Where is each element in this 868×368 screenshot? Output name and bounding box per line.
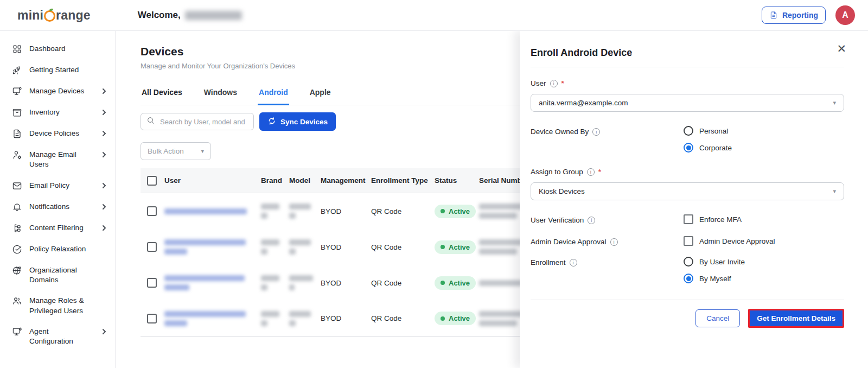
device-search	[141, 113, 254, 130]
close-icon[interactable]: ✕	[837, 43, 846, 54]
chevron-right-icon	[101, 327, 107, 337]
admin-device-approval-row: Admin Device Approval i Admin Device App…	[531, 236, 844, 246]
enrollment-type-cell: QR Code	[371, 314, 435, 322]
sidebar-item-notifications[interactable]: Notifications	[0, 196, 115, 218]
tab-apple[interactable]: Apple	[309, 85, 332, 105]
checkbox-icon	[684, 214, 693, 224]
inventory-box-icon	[12, 107, 22, 118]
sidebar-item-dashboard[interactable]: Dashboard	[0, 39, 115, 60]
reporting-button[interactable]: Reporting	[762, 7, 826, 24]
sidebar-item-email-policy[interactable]: Email Policy	[0, 175, 115, 196]
info-icon: i	[588, 217, 595, 224]
user-select[interactable]: anita.verma@example.com ▾	[531, 94, 844, 112]
enrollment-label: Enrollment	[531, 258, 566, 267]
row-checkbox[interactable]	[147, 278, 157, 288]
select-all-checkbox[interactable]	[147, 176, 157, 186]
miniorange-logo: mini range	[17, 8, 91, 23]
redacted-model	[289, 239, 321, 255]
tab-windows[interactable]: Windows	[203, 85, 238, 105]
tab-all-devices[interactable]: All Devices	[141, 85, 183, 105]
assign-to-group-label: Assign to Group	[531, 168, 583, 176]
radio-by-myself[interactable]: By Myself	[684, 274, 745, 283]
panel-footer-divider	[531, 300, 844, 300]
radio-checked-icon	[684, 274, 693, 283]
radio-corporate[interactable]: Corporate	[684, 143, 732, 153]
redacted-model	[289, 204, 321, 219]
info-icon: i	[610, 238, 618, 246]
redacted-user-link[interactable]	[164, 311, 261, 326]
sidebar-nav: Dashboard Getting Started Manage Devices…	[0, 31, 116, 368]
row-checkbox[interactable]	[147, 206, 157, 216]
row-checkbox[interactable]	[147, 242, 157, 252]
welcome-label: Welcome,	[138, 10, 181, 21]
sidebar-item-agent-configuration[interactable]: Agent Configuration	[0, 321, 115, 352]
sidebar-item-device-policies[interactable]: Device Policies	[0, 123, 115, 144]
status-dot-icon	[441, 209, 445, 213]
status-dot-icon	[441, 245, 445, 249]
admin-device-approval-checkbox[interactable]: Admin Device Approval	[684, 236, 775, 246]
reporting-button-label: Reporting	[782, 11, 818, 20]
redacted-user-link[interactable]	[164, 239, 261, 255]
sidebar-item-organizational-domains[interactable]: Organizational Domains	[0, 260, 115, 291]
cancel-button[interactable]: Cancel	[695, 309, 740, 327]
redacted-model	[289, 311, 321, 326]
sidebar-item-label: Content Filtering	[29, 223, 84, 233]
orange-logo-icon	[44, 10, 55, 22]
assign-to-group-select[interactable]: Kiosk Devices ▾	[531, 182, 844, 200]
user-verification-row: User Verification i Enforce MFA	[531, 214, 844, 224]
user-field-label-row: User i *	[531, 79, 844, 87]
chevron-right-icon	[101, 150, 107, 160]
sync-refresh-icon	[267, 117, 276, 127]
sidebar-item-inventory[interactable]: Inventory	[0, 102, 115, 123]
get-enrollment-details-button[interactable]: Get Enrollment Details	[748, 309, 844, 328]
redacted-user-link[interactable]	[164, 275, 261, 290]
enforce-mfa-checkbox[interactable]: Enforce MFA	[684, 214, 742, 224]
sidebar-item-label: Manage Roles & Privileged Users	[29, 296, 98, 316]
chevron-right-icon	[101, 129, 107, 139]
tab-android[interactable]: Android	[258, 85, 289, 105]
radio-personal[interactable]: Personal	[684, 126, 732, 136]
admin-device-approval-label: Admin Device Approval	[531, 238, 607, 246]
redacted-brand	[261, 239, 289, 255]
status-badge: Active	[435, 240, 476, 254]
sidebar-item-label: Manage Devices	[29, 86, 84, 96]
by-user-invite-label: By User Invite	[699, 258, 745, 266]
row-checkbox[interactable]	[147, 314, 157, 323]
redacted-username	[185, 11, 242, 20]
column-header-management: Management	[321, 176, 371, 185]
sidebar-item-content-filtering[interactable]: Content Filtering	[0, 218, 115, 239]
sidebar-item-label: Manage Email Users	[29, 150, 94, 170]
bulk-action-dropdown[interactable]: Bulk Action ▾	[141, 142, 211, 160]
column-header-user: User	[164, 176, 261, 185]
radio-personal-label: Personal	[699, 127, 728, 135]
enforce-mfa-label: Enforce MFA	[699, 215, 742, 224]
sidebar-item-policy-relaxation[interactable]: Policy Relaxation	[0, 239, 115, 260]
radio-by-user-invite[interactable]: By User Invite	[684, 257, 745, 267]
enrollment-type-cell: QR Code	[371, 207, 435, 215]
monitor-device-icon	[12, 86, 22, 97]
chevron-right-icon	[101, 202, 107, 212]
radio-corporate-label: Corporate	[699, 144, 732, 152]
panel-title-divider	[531, 67, 844, 67]
chevron-right-icon	[101, 87, 107, 97]
sidebar-item-manage-devices[interactable]: Manage Devices	[0, 81, 115, 102]
caret-down-icon: ▾	[833, 188, 836, 195]
search-input[interactable]	[160, 118, 248, 126]
column-header-brand: Brand	[261, 176, 289, 185]
redacted-user-link[interactable]	[164, 208, 261, 214]
sync-devices-button[interactable]: Sync Devices	[259, 112, 336, 131]
user-avatar[interactable]: A	[835, 5, 855, 25]
sidebar-item-manage-roles[interactable]: Manage Roles & Privileged Users	[0, 290, 115, 321]
sidebar-item-getting-started[interactable]: Getting Started	[0, 60, 115, 81]
users-group-icon	[12, 296, 22, 306]
chevron-right-icon	[101, 181, 107, 191]
sidebar-item-label: Device Policies	[29, 129, 79, 138]
panel-title: Enroll Android Device	[531, 47, 844, 59]
enrollment-type-cell: QR Code	[371, 243, 435, 251]
column-header-enrollment-type: Enrollment Type	[371, 176, 435, 185]
by-myself-label: By Myself	[699, 275, 731, 283]
status-dot-icon	[441, 281, 445, 285]
sidebar-item-manage-email-users[interactable]: Manage Email Users	[0, 144, 115, 175]
column-header-model: Model	[289, 176, 321, 185]
welcome-message: Welcome,	[138, 10, 242, 21]
